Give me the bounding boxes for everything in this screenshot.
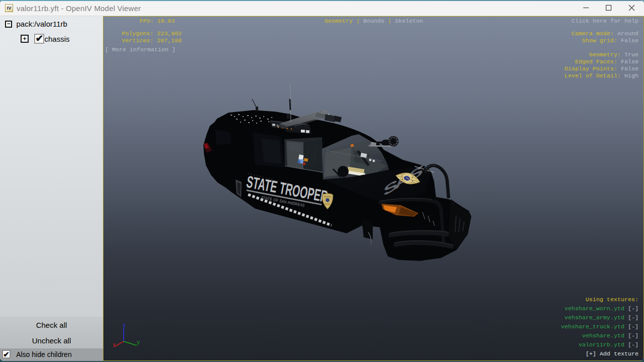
svg-text:z: z — [123, 322, 126, 328]
svg-text:y: y — [137, 339, 140, 345]
svg-text:x: x — [113, 342, 116, 348]
